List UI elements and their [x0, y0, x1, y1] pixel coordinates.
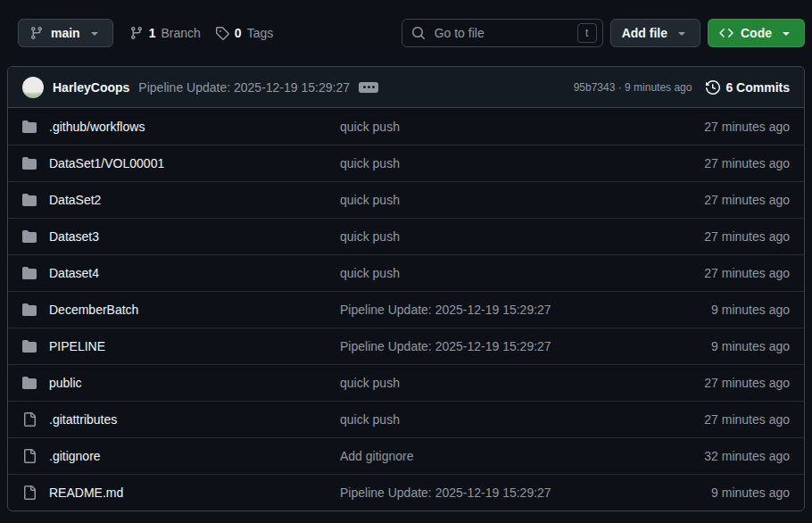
- file-name-cell: public: [22, 376, 340, 390]
- table-row: README.md Pipeline Update: 2025-12-19 15…: [8, 474, 804, 511]
- chevron-down-icon: [675, 26, 689, 40]
- add-file-label: Add file: [622, 26, 667, 40]
- history-icon: [706, 80, 720, 95]
- search-icon: [411, 26, 426, 40]
- file-browser-panel: HarleyCoops Pipeline Update: 2025-12-19 …: [7, 66, 805, 511]
- commit-time-cell: 27 minutes ago: [638, 156, 790, 170]
- table-row: DataSet1/VOL00001 quick push 27 minutes …: [8, 145, 804, 181]
- file-name-cell: DataSet2: [22, 193, 340, 207]
- file-name-cell: Dataset3: [22, 229, 340, 244]
- commit-message-cell: Pipeline Update: 2025-12-19 15:29:27: [340, 486, 638, 500]
- folder-icon: [22, 120, 37, 134]
- tag-count: 0: [235, 26, 242, 40]
- current-branch-label: main: [51, 26, 80, 40]
- file-name-link[interactable]: .github/workflows: [49, 120, 145, 134]
- commit-message-cell: Pipeline Update: 2025-12-19 15:29:27: [340, 303, 638, 317]
- table-row: .gitattributes quick push 27 minutes ago: [8, 401, 804, 437]
- table-row: Dataset3 quick push 27 minutes ago: [8, 218, 804, 254]
- add-file-button[interactable]: Add file: [610, 19, 700, 47]
- file-name-link[interactable]: Dataset3: [49, 229, 99, 244]
- commit-description-ellipsis-button[interactable]: [359, 82, 378, 93]
- row-commit-message-link[interactable]: Pipeline Update: 2025-12-19 15:29:27: [340, 303, 551, 317]
- folder-icon: [22, 156, 37, 170]
- file-name-link[interactable]: Dataset4: [49, 266, 99, 280]
- table-row: .gitignore Add gitignore 32 minutes ago: [8, 437, 804, 474]
- commit-sha-and-time[interactable]: 95b7343 · 9 minutes ago: [574, 81, 692, 94]
- tags-link[interactable]: 0 Tags: [215, 26, 273, 40]
- commit-time-cell: 27 minutes ago: [638, 229, 790, 244]
- latest-commit-bar: HarleyCoops Pipeline Update: 2025-12-19 …: [8, 67, 804, 108]
- folder-icon: [22, 266, 37, 280]
- commit-time-cell: 9 minutes ago: [638, 339, 790, 353]
- commit-message-cell: quick push: [340, 156, 638, 170]
- commit-time-cell: 27 minutes ago: [638, 193, 790, 207]
- commit-time-cell: 27 minutes ago: [638, 376, 790, 390]
- row-commit-message-link[interactable]: Pipeline Update: 2025-12-19 15:29:27: [340, 486, 551, 500]
- file-icon: [22, 486, 37, 500]
- file-name-link[interactable]: DataSet1/VOL00001: [49, 156, 164, 170]
- file-name-cell: DecemberBatch: [22, 303, 340, 317]
- commit-message-cell: quick push: [340, 412, 638, 427]
- table-row: Dataset4 quick push 27 minutes ago: [8, 254, 804, 291]
- commit-message-cell: quick push: [340, 120, 638, 134]
- row-commit-message-link[interactable]: quick push: [340, 193, 400, 207]
- commit-message-cell: Pipeline Update: 2025-12-19 15:29:27: [340, 339, 638, 353]
- file-name-link[interactable]: DecemberBatch: [49, 303, 138, 317]
- file-name-cell: README.md: [22, 486, 340, 500]
- row-commit-message-link[interactable]: Pipeline Update: 2025-12-19 15:29:27: [340, 339, 551, 353]
- file-name-link[interactable]: PIPELINE: [49, 339, 105, 353]
- folder-icon: [22, 193, 37, 207]
- code-button[interactable]: Code: [708, 19, 805, 47]
- table-row: public quick push 27 minutes ago: [8, 364, 804, 401]
- branch-count-label: Branch: [161, 26, 200, 40]
- commit-message-cell: quick push: [340, 229, 638, 244]
- file-name-cell: DataSet1/VOL00001: [22, 156, 340, 170]
- folder-icon: [22, 339, 37, 353]
- file-name-cell: Dataset4: [22, 266, 340, 280]
- go-to-file-search[interactable]: t: [402, 19, 603, 47]
- go-to-file-input[interactable]: [433, 25, 570, 41]
- branch-count: 1: [149, 26, 156, 40]
- branches-link[interactable]: 1 Branch: [129, 26, 201, 40]
- file-name-link[interactable]: .gitignore: [49, 449, 101, 463]
- commit-time-cell: 9 minutes ago: [638, 486, 790, 500]
- commit-message-cell: quick push: [340, 193, 638, 207]
- commit-time-cell: 27 minutes ago: [638, 412, 790, 427]
- commit-author-link[interactable]: HarleyCoops: [53, 80, 129, 95]
- commit-history-link[interactable]: 6 Commits: [706, 80, 790, 95]
- table-row: DecemberBatch Pipeline Update: 2025-12-1…: [8, 291, 804, 328]
- commit-time-cell: 27 minutes ago: [638, 120, 790, 134]
- tag-icon: [215, 26, 229, 40]
- table-row: DataSet2 quick push 27 minutes ago: [8, 181, 804, 218]
- row-commit-message-link[interactable]: quick push: [340, 229, 400, 244]
- row-commit-message-link[interactable]: quick push: [340, 120, 400, 134]
- keyboard-shortcut-badge: t: [577, 23, 597, 43]
- file-name-link[interactable]: .gitattributes: [49, 412, 117, 427]
- row-commit-message-link[interactable]: quick push: [340, 266, 400, 280]
- branch-selector-button[interactable]: main: [18, 19, 113, 47]
- file-icon: [22, 412, 37, 427]
- chevron-down-icon: [779, 26, 793, 40]
- folder-icon: [22, 376, 37, 390]
- code-icon: [719, 26, 733, 40]
- chevron-down-icon: [87, 26, 102, 40]
- row-commit-message-link[interactable]: quick push: [340, 412, 400, 427]
- file-name-cell: .gitignore: [22, 449, 340, 463]
- folder-icon: [22, 303, 37, 317]
- folder-icon: [22, 229, 37, 244]
- row-commit-message-link[interactable]: quick push: [340, 376, 400, 390]
- commit-message-link[interactable]: Pipeline Update: 2025-12-19 15:29:27: [138, 80, 350, 95]
- file-name-link[interactable]: README.md: [49, 486, 123, 500]
- file-table: .github/workflows quick push 27 minutes …: [8, 108, 804, 511]
- file-name-link[interactable]: DataSet2: [49, 193, 101, 207]
- commit-message-cell: Add gitignore: [340, 449, 638, 463]
- file-name-cell: .gitattributes: [22, 412, 340, 427]
- commit-message-cell: quick push: [340, 266, 638, 280]
- avatar[interactable]: [22, 77, 44, 98]
- file-name-link[interactable]: public: [49, 376, 82, 390]
- row-commit-message-link[interactable]: quick push: [340, 156, 400, 170]
- file-name-cell: .github/workflows: [22, 120, 340, 134]
- row-commit-message-link[interactable]: Add gitignore: [340, 449, 414, 463]
- commit-time-cell: 32 minutes ago: [638, 449, 790, 463]
- commit-time-cell: 9 minutes ago: [638, 303, 790, 317]
